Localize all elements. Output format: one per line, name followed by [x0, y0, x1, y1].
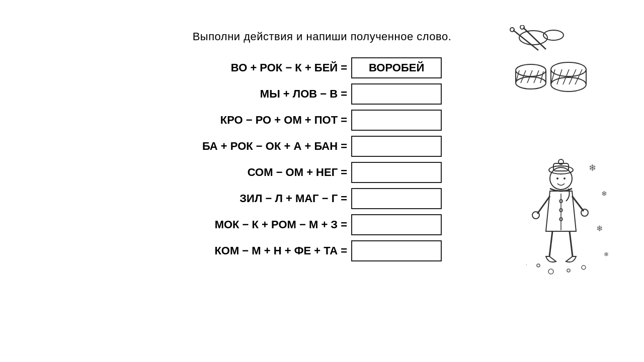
svg-line-22: [569, 69, 576, 84]
equation-row-1: МЫ + ЛОВ − В =: [202, 83, 442, 105]
svg-line-21: [563, 69, 569, 84]
equation-row-2: КРО − РО + ОМ + ПОТ =: [202, 110, 442, 131]
answer-box-1[interactable]: [351, 83, 442, 105]
svg-point-46: [582, 265, 586, 269]
equation-expression-3: БА + РОК − ОК + А + БАН =: [202, 140, 347, 153]
svg-point-33: [556, 177, 558, 179]
svg-text:·: ·: [526, 262, 527, 267]
svg-text:❄: ❄: [596, 224, 603, 233]
equation-expression-5: ЗИЛ − Л + МАГ − Г =: [239, 192, 347, 205]
svg-point-4: [510, 28, 514, 32]
answer-box-7[interactable]: [351, 240, 442, 261]
svg-point-16: [551, 77, 586, 92]
answer-box-4[interactable]: [351, 162, 442, 183]
equation-expression-1: МЫ + ЛОВ − В =: [260, 87, 347, 101]
svg-text:❄: ❄: [601, 190, 607, 198]
svg-point-15: [551, 62, 586, 76]
svg-line-44: [570, 231, 573, 256]
child-decoration: ❄ ❄ ❄ ❄ ·: [523, 156, 609, 289]
svg-line-14: [540, 71, 543, 83]
svg-line-23: [575, 69, 582, 84]
equation-row-6: МОК − К + РОМ − М + З =: [202, 214, 442, 235]
equation-expression-2: КРО − РО + ОМ + ПОТ =: [220, 114, 347, 127]
svg-point-47: [548, 269, 553, 274]
equation-expression-7: КОМ − М + Н + ФЕ + ТА =: [214, 244, 347, 257]
svg-point-42: [581, 209, 588, 216]
drum-decoration: [503, 25, 599, 98]
svg-text:❄: ❄: [589, 163, 596, 173]
answer-box-0[interactable]: ВОРОБЕЙ: [351, 57, 442, 78]
answer-box-3[interactable]: [351, 136, 442, 157]
svg-line-2: [513, 30, 538, 50]
equations-list: ВО + РОК − К + БЕЙ =ВОРОБЕЙМЫ + ЛОВ − В …: [202, 57, 442, 261]
equation-row-7: КОМ − М + Н + ФЕ + ТА =: [202, 240, 442, 261]
svg-point-41: [532, 212, 539, 219]
answer-box-6[interactable]: [351, 214, 442, 235]
svg-line-11: [521, 70, 526, 83]
equation-row-3: БА + РОК − ОК + А + БАН =: [202, 136, 442, 157]
svg-line-20: [557, 69, 562, 84]
equation-row-5: ЗИЛ − Л + МАГ − Г =: [202, 188, 442, 209]
answer-box-5[interactable]: [351, 188, 442, 209]
equation-row-4: СОМ − ОМ + НЕГ =: [202, 162, 442, 183]
svg-point-34: [564, 177, 566, 179]
equation-expression-6: МОК − К + РОМ − М + З =: [215, 218, 347, 231]
svg-point-5: [520, 25, 524, 29]
page: Выполни действия и напиши полученное сло…: [0, 0, 644, 362]
svg-line-43: [549, 231, 552, 256]
svg-text:❄: ❄: [604, 251, 609, 258]
equation-expression-0: ВО + РОК − К + БЕЙ =: [231, 61, 347, 74]
page-title: Выполни действия и напиши полученное сло…: [193, 30, 452, 43]
equation-row-0: ВО + РОК − К + БЕЙ =ВОРОБЕЙ: [202, 57, 442, 78]
svg-point-45: [537, 264, 540, 267]
svg-point-48: [567, 269, 570, 272]
equation-expression-4: СОМ − ОМ + НЕГ =: [248, 166, 347, 179]
answer-box-2[interactable]: [351, 110, 442, 131]
